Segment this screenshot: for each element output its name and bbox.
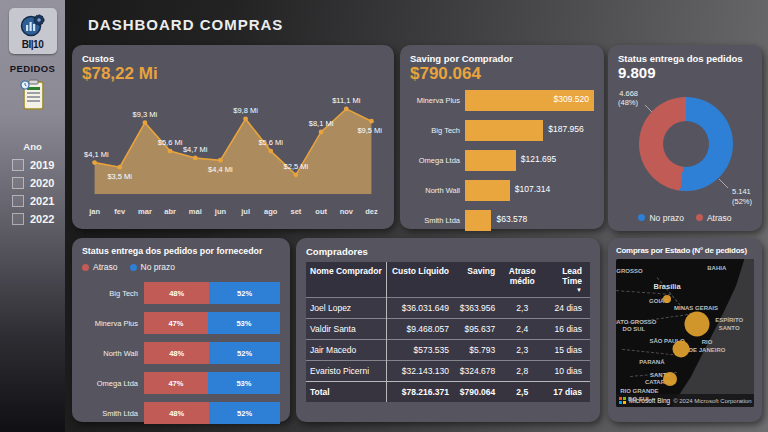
logo-text: BI|10	[22, 40, 43, 50]
month-tick-mar: mar	[132, 207, 157, 216]
saving-bar[interactable]: $309.520	[465, 90, 594, 111]
bi10-logo-icon	[20, 13, 46, 39]
table-cell: 2,3	[499, 340, 545, 361]
saving-value-label: $63.578	[496, 214, 527, 224]
card-compradores: Compradores Nome CompradorCusto LíquidoS…	[296, 238, 600, 422]
svg-text:$4,1 Mi: $4,1 Mi	[84, 149, 109, 158]
order-count-bubble[interactable]	[663, 372, 677, 386]
order-count-bubble[interactable]	[685, 312, 710, 337]
state-label: RIO DE JANEIRO	[689, 339, 726, 354]
column-header-custo-líquido[interactable]: Custo Líquido	[387, 262, 453, 298]
stacked-bar-row: Smith Ltda48%52%	[82, 402, 280, 424]
table-row[interactable]: Joel Lopez$36.031.649$363.9562,324 dias	[306, 298, 590, 319]
table-cell: $95.637	[453, 319, 499, 340]
custos-area-chart[interactable]: $4,1 Mi$3,5 Mi$9,3 Mi$5,6 Mi$4,7 Mi$4,4 …	[82, 84, 384, 202]
year-checkbox-2021[interactable]: 2021	[0, 192, 65, 210]
fornecedor-label: Omega Ltda	[82, 379, 138, 388]
table-cell: $36.031.649	[387, 298, 453, 319]
month-tick-jul: jul	[233, 207, 258, 216]
svg-text:$5,6 Mi: $5,6 Mi	[158, 138, 183, 147]
table-row[interactable]: Evaristo Picerni$32.143.130$324.6782,810…	[306, 361, 590, 382]
legend-label: Atraso	[93, 262, 118, 272]
year-checkbox-2020[interactable]: 2020	[0, 174, 65, 192]
checkbox-icon	[12, 195, 24, 207]
saving-bar-chart: Minerva Plus$309.520Big Tech$187.956Omeg…	[410, 90, 594, 231]
legend-dot	[638, 214, 645, 221]
legend-dot	[696, 214, 703, 221]
year-label: 2020	[30, 177, 54, 189]
year-checkbox-2022[interactable]: 2022	[0, 210, 65, 228]
month-tick-out: out	[309, 207, 334, 216]
legend-item-no-prazo[interactable]: No prazo	[130, 262, 176, 272]
card-saving-por-comprador: Saving por Comprador $790.064 Minerva Pl…	[400, 45, 604, 229]
saving-bar[interactable]	[465, 180, 510, 201]
fornecedor-label: Big Tech	[82, 289, 138, 298]
stacked-bar-track: 47%53%	[144, 312, 280, 334]
segment-atraso[interactable]: 48%	[144, 282, 209, 304]
table-total-row: Total$78.216.371$790.0642,517 dias	[306, 382, 590, 403]
card-compras-por-estado: Compras por Estado (N° de pedidos) Micro…	[608, 238, 762, 422]
saving-bar-track: $107.314	[465, 180, 594, 201]
table-row[interactable]: Valdir Santa$9.468.057$95.6372,416 dias	[306, 319, 590, 340]
segment-atraso[interactable]: 47%	[144, 372, 208, 394]
saving-bar-row: Omega Ltda$121.695	[410, 150, 594, 171]
column-header-saving[interactable]: Saving	[453, 262, 499, 298]
table-cell: 2,8	[499, 361, 545, 382]
saving-bar[interactable]	[465, 150, 516, 171]
table-cell: $363.956	[453, 298, 499, 319]
segment-no-prazo[interactable]: 53%	[208, 372, 280, 394]
saving-bar-track: $187.956	[465, 120, 594, 141]
saving-bar[interactable]	[465, 210, 491, 231]
order-count-bubble[interactable]	[672, 341, 689, 358]
column-header-atraso-médio[interactable]: Atraso médio	[499, 262, 545, 298]
fornecedor-label: Minerva Plus	[82, 319, 138, 328]
segment-no-prazo[interactable]: 53%	[208, 312, 280, 334]
legend-label: No prazo	[649, 213, 684, 223]
city-label: Brasília	[653, 282, 680, 291]
month-tick-set: set	[283, 207, 308, 216]
month-tick-abr: abr	[158, 207, 183, 216]
saving-category-label: Omega Ltda	[410, 156, 460, 165]
map-copyright: © 2024 Microsoft Corporation	[673, 398, 751, 404]
callout-no-prazo: 5.141 (52%)	[732, 187, 752, 207]
svg-text:$5,6 Mi: $5,6 Mi	[258, 138, 283, 147]
svg-text:$4,7 Mi: $4,7 Mi	[183, 145, 208, 154]
legend-item-atraso[interactable]: Atraso	[82, 262, 118, 272]
table-cell: $32.143.130	[387, 361, 453, 382]
table-cell: Joel Lopez	[306, 298, 387, 319]
legend-item-atraso[interactable]: Atraso	[696, 213, 732, 223]
legend-item-no-prazo[interactable]: No prazo	[638, 213, 684, 223]
table-row[interactable]: Jair Macedo$573.535$5.7932,315 dias	[306, 340, 590, 361]
month-tick-nov: nov	[334, 207, 359, 216]
order-count-bubble[interactable]	[663, 295, 671, 303]
year-checkbox-2019[interactable]: 2019	[0, 156, 65, 174]
map-title: Compras por Estado (N° de pedidos)	[616, 246, 754, 255]
status-donut-chart: 4.668 (48%) 5.141 (52%)	[618, 85, 752, 205]
sort-desc-arrow: ▼	[549, 288, 582, 293]
saving-category-label: North Wall	[410, 186, 460, 195]
table-total-cell: 2,5	[499, 382, 545, 403]
legend-dot	[82, 264, 89, 271]
segment-atraso[interactable]: 48%	[144, 342, 209, 364]
state-label: MATO GROSSO	[616, 269, 643, 277]
saving-category-label: Smith Ltda	[410, 216, 460, 225]
column-header-nome-comprador[interactable]: Nome Comprador	[306, 262, 387, 298]
month-tick-ago: ago	[258, 207, 283, 216]
brazil-map[interactable]: Microsoft Bing © 2024 Microsoft Corporat…	[616, 259, 754, 407]
segment-atraso[interactable]: 47%	[144, 312, 208, 334]
compradores-table: Nome CompradorCusto LíquidoSavingAtraso …	[306, 262, 590, 402]
page-title: DASHBOARD COMPRAS	[88, 16, 283, 33]
saving-bar[interactable]	[465, 120, 543, 141]
saving-bar-track: $63.578	[465, 210, 594, 231]
saving-value-label: $309.520	[554, 94, 589, 104]
table-cell: Jair Macedo	[306, 340, 387, 361]
saving-bar-row: Big Tech$187.956	[410, 120, 594, 141]
svg-text:$9,5 Mi: $9,5 Mi	[357, 126, 382, 135]
segment-no-prazo[interactable]: 52%	[209, 282, 280, 304]
fornecedor-label: North Wall	[82, 349, 138, 358]
segment-atraso[interactable]: 48%	[144, 402, 209, 424]
column-header-lead-time[interactable]: Lead Time▼	[545, 262, 590, 298]
legend-label: No prazo	[141, 262, 176, 272]
segment-no-prazo[interactable]: 52%	[209, 402, 280, 424]
segment-no-prazo[interactable]: 52%	[209, 342, 280, 364]
